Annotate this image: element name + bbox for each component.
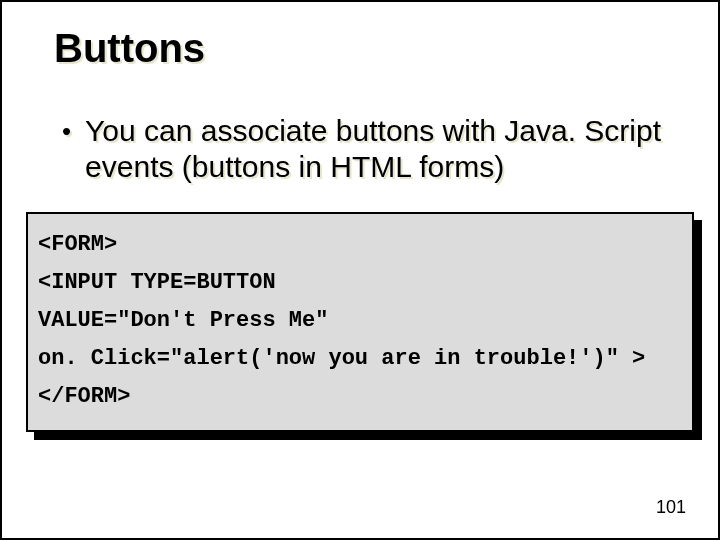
- code-line: <INPUT TYPE=BUTTON: [38, 264, 682, 302]
- code-box: <FORM> <INPUT TYPE=BUTTON VALUE="Don't P…: [26, 212, 694, 432]
- code-block: <FORM> <INPUT TYPE=BUTTON VALUE="Don't P…: [26, 212, 694, 432]
- code-line: </FORM>: [38, 378, 682, 416]
- code-line: on. Click="alert('now you are in trouble…: [38, 340, 682, 378]
- bullet-text: You can associate buttons with Java. Scr…: [85, 113, 680, 185]
- bullet-block: • You can associate buttons with Java. S…: [62, 113, 680, 185]
- code-line: <FORM>: [38, 226, 682, 264]
- bullet-item: • You can associate buttons with Java. S…: [62, 113, 680, 185]
- page-number: 101: [656, 497, 686, 518]
- bullet-dot-icon: •: [62, 113, 71, 149]
- slide-title: Buttons: [54, 26, 690, 71]
- code-line: VALUE="Don't Press Me": [38, 302, 682, 340]
- slide: Buttons • You can associate buttons with…: [0, 0, 720, 540]
